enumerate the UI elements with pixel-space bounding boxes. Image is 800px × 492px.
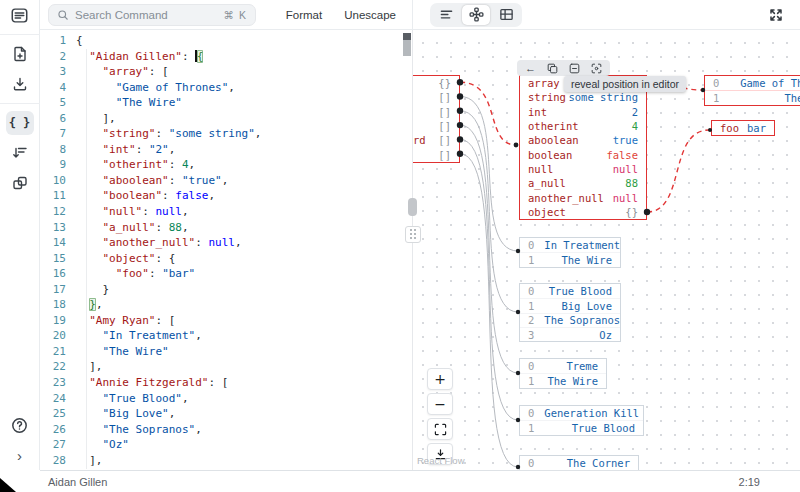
- editor-line[interactable]: 9 "otherint": 4,: [40, 157, 412, 173]
- table-view-button[interactable]: [492, 5, 520, 25]
- collapse-node-icon[interactable]: [569, 63, 580, 74]
- sidebar: { } ›: [0, 0, 40, 470]
- expand-sidebar-chevron-icon[interactable]: ›: [6, 443, 34, 467]
- line-number: 4: [40, 80, 66, 96]
- editor-line[interactable]: 3 "array": [: [40, 64, 412, 80]
- search-shortcut: ⌘ K: [224, 9, 247, 21]
- graph-node-game-of-thrones-array[interactable]: 0Game of Thrones1The Wire: [704, 75, 800, 106]
- json-code-editor[interactable]: 1{2 "Aidan Gillen": {3 "array": [4 "Game…: [40, 30, 412, 470]
- editor-line[interactable]: 21 "The Wire": [40, 344, 412, 360]
- braces-glyph: { }: [9, 116, 31, 130]
- graph-node-generation-kill-array[interactable]: 0Generation Kill1True Blood: [519, 405, 644, 436]
- graph-node-aidan-gillen-object[interactable]: arraystringsome stringint2otherint4abool…: [519, 75, 647, 220]
- editor-line[interactable]: 1{: [40, 33, 412, 49]
- editor-line[interactable]: 23 "Annie Fitzgerald": [: [40, 375, 412, 391]
- line-number: 9: [40, 157, 66, 173]
- line-number: 19: [40, 313, 66, 329]
- editor-line[interactable]: 28 ],: [40, 453, 412, 469]
- line-number: 18: [40, 297, 66, 313]
- app-window: { } › Search Command ⌘ K Format: [0, 0, 800, 492]
- zoom-in-button[interactable]: +: [427, 368, 453, 390]
- focus-node-icon[interactable]: [591, 63, 602, 74]
- line-number: 24: [40, 391, 66, 407]
- line-number: 17: [40, 282, 66, 298]
- sidebar-divider: [0, 34, 40, 35]
- line-number: 11: [40, 188, 66, 204]
- splitter-pill[interactable]: [408, 198, 417, 216]
- fit-view-button[interactable]: [427, 418, 453, 440]
- graph-node-in-treatment-array[interactable]: 0In Treatment1The Wire: [519, 237, 621, 268]
- editor-line[interactable]: 2 "Aidan Gillen": {: [40, 49, 412, 65]
- splitter-drag-handle[interactable]: [405, 226, 421, 243]
- editor-line[interactable]: 5 "The Wire": [40, 95, 412, 111]
- json-editor-tool-icon[interactable]: { }: [6, 111, 34, 135]
- search-placeholder: Search Command: [75, 9, 218, 21]
- download-icon[interactable]: [6, 72, 34, 96]
- search-command-box[interactable]: Search Command ⌘ K: [48, 4, 256, 26]
- line-number: 12: [40, 204, 66, 220]
- sidebar-divider: [0, 103, 40, 104]
- graph-node-true-blood-array[interactable]: 0True Blood1Big Love2The Sopranos3Oz: [519, 283, 621, 342]
- line-number: 28: [40, 453, 66, 469]
- fullscreen-button[interactable]: [764, 3, 788, 27]
- view-mode-switcher: [430, 3, 522, 27]
- editor-line[interactable]: 19 "Amy Ryan": [: [40, 313, 412, 329]
- zoom-out-button[interactable]: −: [427, 393, 453, 415]
- graph-controls: + −: [427, 368, 453, 465]
- graph-canvas[interactable]: {}[][][]rd[][]arraystringsome stringint2…: [412, 30, 800, 470]
- editor-scrollbar[interactable]: [403, 33, 411, 40]
- editor-line[interactable]: 11 "boolean": false,: [40, 188, 412, 204]
- editor-line[interactable]: 10 "aboolean": "true",: [40, 173, 412, 189]
- react-flow-attribution: React Flow: [417, 455, 465, 466]
- transform-tool-icon[interactable]: [6, 141, 34, 165]
- editor-line[interactable]: 14 "another_null": null,: [40, 235, 412, 251]
- line-number: 23: [40, 375, 66, 391]
- editor-line[interactable]: 6 ],: [40, 111, 412, 127]
- format-button[interactable]: Format: [286, 9, 322, 21]
- graph-node-root[interactable]: {}[][][]rd[][]: [412, 75, 460, 163]
- editor-line[interactable]: 17 }: [40, 282, 412, 298]
- editor-scrollbar-thumb[interactable]: [403, 40, 411, 56]
- line-number: 26: [40, 422, 66, 438]
- panel-splitter[interactable]: [412, 30, 413, 470]
- editor-line[interactable]: 20 "In Treatment",: [40, 328, 412, 344]
- line-number: 27: [40, 437, 66, 453]
- unescape-button[interactable]: Unescape: [344, 9, 396, 21]
- status-bar: Aidan Gillen 2:19: [40, 470, 800, 492]
- editor-line[interactable]: 8 "int": "2",: [40, 142, 412, 158]
- editor-line[interactable]: 15 "object": {: [40, 251, 412, 267]
- editor-line[interactable]: 7 "string": "some string",: [40, 126, 412, 142]
- editor-line[interactable]: 4 "Game of Thrones",: [40, 80, 412, 96]
- editor-line[interactable]: 25 "Big Love",: [40, 406, 412, 422]
- editor-line[interactable]: 27 "Oz": [40, 437, 412, 453]
- graph-view-button[interactable]: [462, 5, 490, 25]
- line-number: 16: [40, 266, 66, 282]
- indent-guide: [86, 49, 87, 469]
- editor-line[interactable]: 26 "The Sopranos",: [40, 422, 412, 438]
- line-number: 13: [40, 220, 66, 236]
- line-number: 8: [40, 142, 66, 158]
- line-number: 2: [40, 49, 66, 65]
- new-file-icon[interactable]: [6, 42, 34, 66]
- copy-icon[interactable]: [547, 63, 558, 74]
- editor-line[interactable]: 24 "True Blood",: [40, 391, 412, 407]
- line-number: 14: [40, 235, 66, 251]
- editor-line[interactable]: 13 "a_null": 88,: [40, 220, 412, 236]
- editor-line[interactable]: 16 "foo": "bar": [40, 266, 412, 282]
- compare-tool-icon[interactable]: [6, 171, 34, 195]
- graph-node-foo-object[interactable]: foobar: [711, 120, 775, 136]
- app-logo-icon[interactable]: [6, 3, 34, 27]
- help-icon[interactable]: [6, 413, 34, 437]
- line-number: 7: [40, 126, 66, 142]
- graph-node-treme-array[interactable]: 0Treme1The Wire: [519, 358, 607, 389]
- top-toolbar: Search Command ⌘ K Format Unescape: [40, 0, 800, 30]
- editor-line[interactable]: 12 "null": null,: [40, 204, 412, 220]
- back-icon[interactable]: ←: [525, 63, 536, 74]
- editor-line[interactable]: 18 },: [40, 297, 412, 313]
- editor-line[interactable]: 22 ],: [40, 359, 412, 375]
- editor-lines: 1{2 "Aidan Gillen": {3 "array": [4 "Game…: [40, 33, 412, 470]
- line-number: 21: [40, 344, 66, 360]
- graph-node-the-corner-array[interactable]: 0The Corner: [519, 455, 639, 470]
- status-selection-path: Aidan Gillen: [48, 476, 107, 488]
- text-view-button[interactable]: [432, 5, 460, 25]
